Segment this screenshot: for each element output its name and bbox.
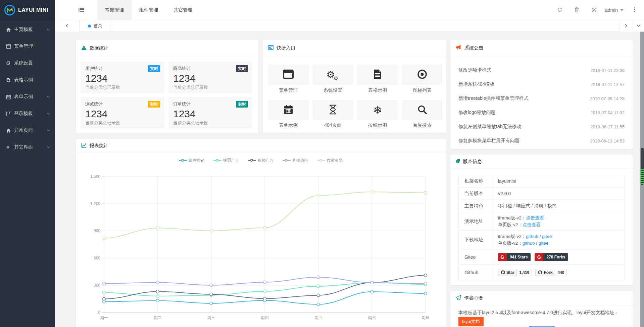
svg-text:周三: 周三 bbox=[207, 315, 215, 320]
quick-tile-label[interactable]: 百度搜索 bbox=[402, 122, 443, 128]
nav-tab-label: 组件管理 bbox=[139, 7, 158, 13]
sidebar-item-label: 主页模板 bbox=[14, 27, 33, 33]
sidebar-item-label: 表格示例 bbox=[14, 77, 33, 83]
user-dropdown[interactable]: admin bbox=[605, 0, 624, 20]
chart-line-icon bbox=[81, 143, 87, 149]
home-icon bbox=[6, 27, 14, 32]
quick-tile-label[interactable]: 系统设置 bbox=[312, 87, 353, 93]
sidebar-item-label: 系统设置 bbox=[14, 60, 33, 66]
version-row-demo: 演示地址 iframe版-v2：点击查看 单页版-v2：点击查看 bbox=[459, 212, 624, 231]
scrollbar-thumb-green bbox=[641, 169, 644, 185]
tab-actions-dropdown-button[interactable] bbox=[633, 20, 644, 32]
layui-doc-button[interactable]: layui文档 bbox=[458, 317, 484, 326]
username: admin bbox=[605, 7, 618, 13]
svg-text:周一: 周一 bbox=[100, 315, 108, 320]
row-value: layuimini bbox=[492, 175, 516, 187]
notice-item: 修改选项卡样式 2019-07-11 23:06 bbox=[450, 63, 633, 77]
logo-icon bbox=[4, 4, 15, 16]
stat-value: 1234 bbox=[173, 108, 248, 120]
row-value: v2.0.0 bbox=[492, 188, 511, 200]
trash-icon bbox=[574, 7, 579, 13]
sidebar-item-other-ui[interactable]: ❄ 其它界面 bbox=[0, 139, 55, 156]
notice-text: 修改选项卡样式 bbox=[458, 67, 491, 73]
sidebar-item-menu-management[interactable]: 菜单管理 bbox=[0, 38, 55, 55]
demo-link-single-page[interactable]: 点击查看 bbox=[523, 222, 541, 227]
scrollbar-thumb[interactable] bbox=[641, 148, 644, 185]
status-badge: 实时 bbox=[236, 65, 248, 72]
nav-tab-component-management[interactable]: 组件管理 bbox=[132, 0, 166, 20]
quick-tile-label[interactable]: 表格示例 bbox=[357, 87, 398, 93]
tab-scroll-right-button[interactable] bbox=[619, 20, 633, 32]
quick-tile-label[interactable]: 表单示例 bbox=[268, 122, 309, 128]
version-row-feature: 主要特色 零门槛 / 响应式 / 清爽 / 极简 bbox=[459, 200, 624, 212]
badge-label: 278 Forks bbox=[543, 253, 568, 261]
github-star-button[interactable]: Star 1,419 bbox=[498, 269, 532, 276]
quick-tile-404-page[interactable] bbox=[312, 100, 353, 120]
notice-date: 2019-07-05 14:28 bbox=[590, 96, 625, 101]
nav-tab-regular-management[interactable]: 常规管理 bbox=[97, 0, 132, 20]
version-row-gitee: Gitee G941 Stars G278 Forks bbox=[459, 249, 624, 265]
sidebar-item-table-example[interactable]: 表格示例 bbox=[0, 72, 55, 88]
stat-value: 1234 bbox=[173, 73, 248, 84]
quick-tile-icon-list[interactable] bbox=[402, 65, 443, 85]
svg-text:0: 0 bbox=[98, 310, 100, 315]
version-row-current: 当前版本 v2.0.0 bbox=[459, 188, 624, 200]
gitee-icon: G bbox=[535, 253, 543, 261]
download-link-gitee-iframe[interactable]: gitee bbox=[542, 234, 552, 239]
download-link-gitee-single[interactable]: gitee bbox=[539, 241, 548, 246]
sidebar-item-system-settings[interactable]: ⚙ 系统设置 bbox=[0, 55, 55, 72]
stat-box-users: 用户统计 实时 1234 当前分类总记录数 bbox=[81, 61, 164, 93]
home-icon bbox=[6, 128, 14, 133]
sidebar-item-home-template[interactable]: 主页模板 bbox=[0, 21, 55, 38]
window-icon bbox=[6, 44, 14, 49]
chevron-down-icon bbox=[47, 146, 50, 149]
more-menu-button[interactable] bbox=[629, 0, 641, 20]
notice-text: 修改logo缩放问题 bbox=[458, 110, 495, 116]
quick-tile-button-example[interactable]: ❄ bbox=[357, 100, 398, 120]
logo[interactable]: LAYUI MINI bbox=[0, 0, 55, 20]
demo-prefix: iframe版-v2： bbox=[498, 215, 526, 220]
quick-tile-menu-management[interactable] bbox=[268, 65, 309, 85]
calendar-icon bbox=[6, 94, 14, 99]
stat-value: 1234 bbox=[85, 108, 160, 120]
nav-tab-other-management[interactable]: 其它管理 bbox=[166, 0, 200, 20]
separator: / bbox=[540, 234, 541, 239]
collapse-sidebar-button[interactable] bbox=[72, 0, 91, 20]
svg-text:300: 300 bbox=[94, 283, 100, 288]
clear-cache-button[interactable] bbox=[569, 0, 584, 20]
row-label: Github bbox=[459, 265, 492, 280]
gitee-forks-badge[interactable]: G278 Forks bbox=[535, 253, 568, 261]
demo-link-iframe[interactable]: 点击查看 bbox=[526, 215, 544, 220]
notice-item: 修复左侧菜单缩放tab无法移动 2019-06-17 11:55 bbox=[450, 120, 633, 134]
hourglass-icon bbox=[329, 105, 337, 116]
fullscreen-button[interactable] bbox=[587, 0, 602, 20]
author-card: 作者心语 本模板基于layui2.5.4以及font-awesome-4.7.0… bbox=[450, 291, 633, 327]
tab-home[interactable]: 首页 bbox=[80, 20, 111, 32]
nav-tab-label: 其它管理 bbox=[174, 7, 192, 13]
gitee-stars-badge[interactable]: G941 Stars bbox=[498, 253, 531, 261]
quick-tile-form-example[interactable] bbox=[268, 100, 309, 120]
tab-scroll-left-button[interactable] bbox=[55, 20, 80, 32]
download-link-github-single[interactable]: github bbox=[523, 241, 535, 246]
quick-tile-label[interactable]: 菜单管理 bbox=[268, 87, 309, 93]
snowflake-icon: ❄ bbox=[373, 105, 382, 115]
sidebar-item-login-template[interactable]: 登录模板 bbox=[0, 105, 55, 122]
sidebar-item-error-pages[interactable]: 异常页面 bbox=[0, 122, 55, 139]
dot-circle-icon bbox=[417, 69, 427, 80]
github-fork-button[interactable]: Fork 440 bbox=[535, 269, 567, 276]
download-link-github-iframe[interactable]: github bbox=[526, 234, 538, 239]
sidebar-item-form-example[interactable]: 表单示例 bbox=[0, 88, 55, 105]
quick-tile-label[interactable]: 404页面 bbox=[312, 122, 353, 128]
row-label: 当前版本 bbox=[459, 188, 492, 200]
quick-tile-label[interactable]: 图标列表 bbox=[402, 87, 443, 93]
quick-tile-table-example[interactable] bbox=[357, 65, 398, 85]
quick-tile-system-settings[interactable]: ⚙⚙ bbox=[312, 65, 353, 85]
stat-box-products: 商品统计 实时 1234 当前分类总记录数 bbox=[168, 61, 252, 93]
sidebar-item-label: 表单示例 bbox=[14, 94, 33, 100]
sidebar-item-label: 登录模板 bbox=[14, 111, 33, 117]
quick-tile-label[interactable]: 按钮示例 bbox=[357, 122, 398, 128]
refresh-button[interactable] bbox=[552, 0, 567, 20]
scrollbar-track[interactable] bbox=[640, 32, 644, 327]
quick-tile-baidu-search[interactable] bbox=[402, 100, 443, 120]
version-row-github: Github Star 1,419 Fork 440 bbox=[459, 265, 624, 280]
